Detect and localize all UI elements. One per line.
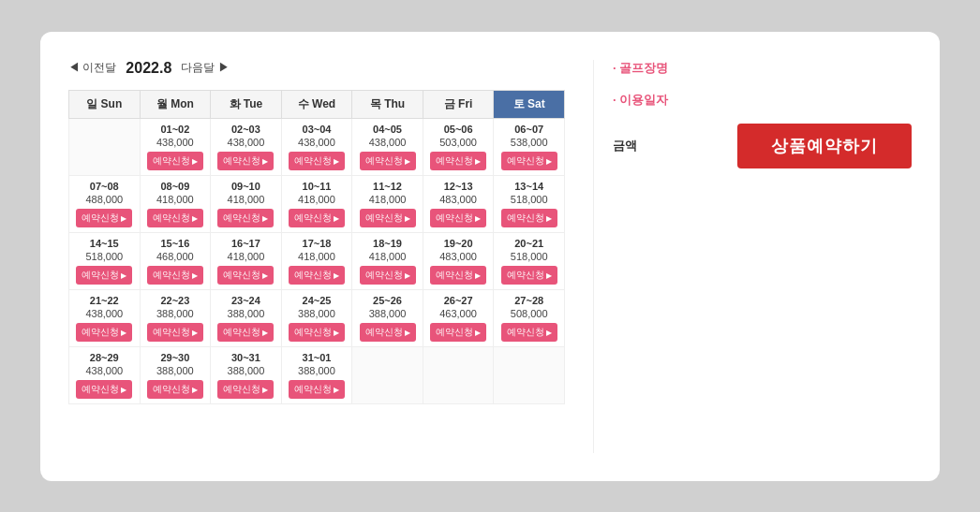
month-title: 2022.8 — [126, 60, 171, 77]
calendar-row: 01~02438,000예약신청02~03438,000예약신청03~04438… — [69, 118, 565, 175]
reserve-button[interactable]: 예약신청 — [360, 152, 416, 170]
next-month-btn[interactable]: 다음달 ▶ — [181, 60, 229, 76]
cell-dates: 18~19 — [356, 238, 419, 249]
cell-price: 388,000 — [286, 365, 349, 376]
cell-dates: 16~17 — [215, 238, 277, 249]
cell-price: 503,000 — [427, 137, 490, 148]
cell-dates: 17~18 — [286, 238, 349, 249]
calendar-row: 07~08488,000예약신청08~09418,000예약신청09~10418… — [69, 175, 565, 232]
calendar-cell: 15~16468,000예약신청 — [140, 232, 211, 289]
cell-dates: 22~23 — [144, 295, 207, 306]
calendar-cell: 17~18418,000예약신청 — [281, 232, 352, 289]
main-container: ◀ 이전달 2022.8 다음달 ▶ 일 Sun월 Mon화 Tue수 Wed목… — [40, 32, 940, 481]
cell-dates: 05~06 — [427, 124, 490, 135]
cell-dates: 25~26 — [356, 295, 419, 306]
cell-dates: 26~27 — [427, 295, 490, 306]
reserve-button[interactable]: 예약신청 — [217, 266, 274, 285]
cell-dates: 01~02 — [144, 124, 207, 135]
calendar-cell: 11~12418,000예약신청 — [352, 175, 423, 232]
cell-price: 438,000 — [215, 137, 277, 148]
cell-dates: 21~22 — [73, 295, 136, 306]
reserve-button[interactable]: 예약신청 — [289, 266, 345, 285]
reserve-button[interactable]: 예약신청 — [217, 152, 274, 170]
reserve-button[interactable]: 예약신청 — [501, 266, 557, 285]
calendar-cell: 13~14518,000예약신청 — [494, 175, 565, 232]
cell-price: 418,000 — [286, 194, 349, 205]
reserve-button[interactable]: 예약신청 — [289, 152, 345, 170]
col-header-fri: 금 Fri — [423, 90, 494, 118]
cell-price: 388,000 — [144, 308, 207, 319]
calendar-panel: ◀ 이전달 2022.8 다음달 ▶ 일 Sun월 Mon화 Tue수 Wed목… — [68, 60, 565, 453]
col-header-thu: 목 Thu — [352, 90, 423, 118]
calendar-row: 28~29438,000예약신청29~30388,000예약신청30~31388… — [69, 346, 565, 403]
reserve-button[interactable]: 예약신청 — [289, 323, 345, 342]
reserve-button[interactable]: 예약신청 — [289, 380, 345, 399]
cell-price: 438,000 — [356, 137, 419, 148]
reserve-button[interactable]: 예약신청 — [76, 209, 132, 227]
reserve-button[interactable]: 예약신청 — [76, 380, 132, 399]
reserve-button[interactable]: 예약신청 — [217, 209, 274, 227]
cell-dates: 28~29 — [73, 352, 136, 363]
cell-dates: 02~03 — [215, 124, 277, 135]
calendar-cell — [423, 346, 494, 403]
calendar-cell: 04~05438,000예약신청 — [352, 118, 423, 175]
calendar-cell: 30~31388,000예약신청 — [211, 346, 282, 403]
calendar-cell: 12~13483,000예약신청 — [423, 175, 494, 232]
reserve-button[interactable]: 예약신청 — [147, 323, 203, 342]
cell-dates: 31~01 — [286, 352, 349, 363]
cell-dates: 09~10 — [215, 181, 277, 192]
col-header-mon: 월 Mon — [140, 90, 211, 118]
reserve-button[interactable]: 예약신청 — [147, 380, 203, 399]
reserve-button[interactable]: 예약신청 — [217, 323, 274, 342]
reserve-button[interactable]: 예약신청 — [430, 209, 486, 227]
col-header-sat: 토 Sat — [494, 90, 565, 118]
calendar-row: 21~22438,000예약신청22~23388,000예약신청23~24388… — [69, 289, 565, 346]
cell-price: 438,000 — [73, 365, 136, 376]
calendar-cell: 20~21518,000예약신청 — [494, 232, 565, 289]
reserve-button[interactable]: 예약신청 — [360, 266, 416, 285]
calendar-cell: 01~02438,000예약신청 — [140, 118, 211, 175]
col-header-wed: 수 Wed — [281, 90, 352, 118]
reserve-button[interactable]: 예약신청 — [76, 323, 132, 342]
calendar-cell: 23~24388,000예약신청 — [211, 289, 282, 346]
cell-price: 483,000 — [427, 194, 490, 205]
reserve-button[interactable]: 예약신청 — [147, 266, 203, 285]
reserve-button[interactable]: 예약신청 — [147, 152, 203, 170]
cell-price: 438,000 — [73, 308, 136, 319]
reserve-big-button[interactable]: 상품예약하기 — [737, 124, 912, 168]
cell-price: 483,000 — [427, 251, 490, 262]
calendar-cell: 05~06503,000예약신청 — [423, 118, 494, 175]
calendar-cell: 25~26388,000예약신청 — [352, 289, 423, 346]
cell-price: 418,000 — [286, 251, 349, 262]
calendar-cell: 08~09418,000예약신청 — [140, 175, 211, 232]
cell-dates: 13~14 — [497, 181, 560, 192]
cell-dates: 19~20 — [427, 238, 490, 249]
cell-price: 463,000 — [427, 308, 490, 319]
reserve-button[interactable]: 예약신청 — [147, 209, 203, 227]
golf-label: 골프장명 — [613, 60, 688, 77]
reserve-button[interactable]: 예약신청 — [76, 266, 132, 285]
cell-price: 518,000 — [497, 194, 560, 205]
reserve-button[interactable]: 예약신청 — [501, 323, 557, 342]
reserve-button[interactable]: 예약신청 — [430, 323, 486, 342]
reserve-button[interactable]: 예약신청 — [501, 209, 557, 227]
calendar-cell: 07~08488,000예약신청 — [69, 175, 141, 232]
reserve-button[interactable]: 예약신청 — [360, 209, 416, 227]
cell-price: 388,000 — [356, 308, 419, 319]
reserve-button[interactable]: 예약신청 — [430, 266, 486, 285]
calendar-cell: 18~19418,000예약신청 — [352, 232, 423, 289]
prev-month-btn[interactable]: ◀ 이전달 — [68, 60, 116, 76]
cell-dates: 08~09 — [144, 181, 207, 192]
cell-price: 418,000 — [144, 194, 207, 205]
calendar-cell — [494, 346, 565, 403]
calendar-cell — [69, 118, 141, 175]
calendar-cell — [352, 346, 423, 403]
reserve-button[interactable]: 예약신청 — [430, 152, 486, 170]
reserve-button[interactable]: 예약신청 — [217, 380, 274, 399]
cell-price: 418,000 — [215, 194, 277, 205]
reserve-button[interactable]: 예약신청 — [501, 152, 557, 170]
reserve-button[interactable]: 예약신청 — [289, 209, 345, 227]
golf-field-row: 골프장명 — [613, 60, 912, 77]
calendar-table: 일 Sun월 Mon화 Tue수 Wed목 Thu금 Fri토 Sat 01~0… — [68, 90, 565, 404]
reserve-button[interactable]: 예약신청 — [360, 323, 416, 342]
